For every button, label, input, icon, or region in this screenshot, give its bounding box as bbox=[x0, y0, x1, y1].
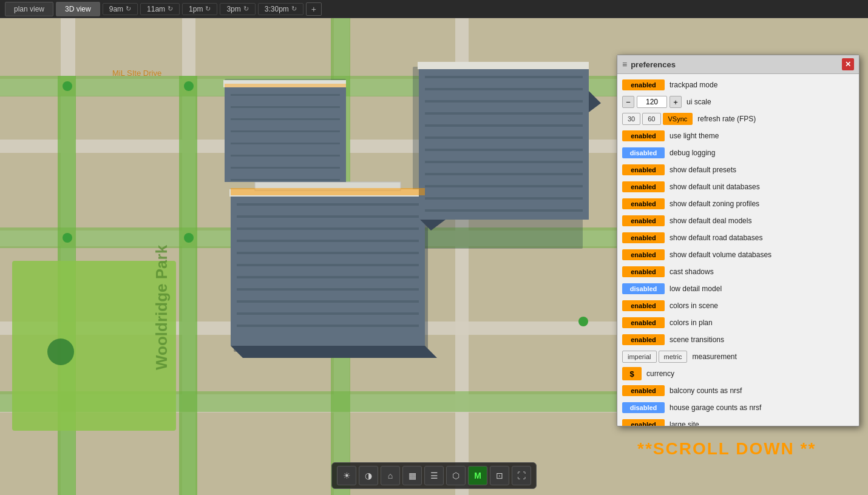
use-light-theme-row: enabled use light theme bbox=[617, 127, 859, 144]
trackpad-mode-control: enabled bbox=[622, 79, 665, 90]
svg-rect-36 bbox=[237, 264, 419, 266]
svg-point-16 bbox=[63, 81, 72, 91]
svg-rect-62 bbox=[231, 118, 340, 120]
cast-shadows-control: enabled bbox=[622, 266, 665, 277]
ui-scale-minus-button[interactable]: − bbox=[622, 96, 634, 108]
show-default-zoning-profiles-button[interactable]: enabled bbox=[622, 198, 665, 209]
svg-rect-50 bbox=[425, 124, 583, 127]
svg-rect-38 bbox=[237, 288, 419, 291]
colors-in-scene-button[interactable]: enabled bbox=[622, 300, 665, 311]
show-default-volume-databases-label: show default volume databases bbox=[670, 251, 854, 259]
preferences-header: ≡ preferences ✕ bbox=[617, 55, 859, 74]
bottom-toolbar: ☀ ◑ ⌂ ▦ ☰ ⬡ M ⊡ ⛶ bbox=[331, 462, 537, 489]
use-light-theme-button[interactable]: enabled bbox=[622, 130, 665, 141]
3d-icon-button[interactable]: ⬡ bbox=[446, 466, 466, 485]
show-default-road-databases-button[interactable]: enabled bbox=[622, 232, 665, 243]
scene-transitions-label: scene transitions bbox=[670, 335, 854, 344]
refresh-330pm-icon[interactable]: ↻ bbox=[291, 5, 297, 13]
tab-3d-view[interactable]: 3D view bbox=[56, 2, 100, 16]
refresh-3pm-icon[interactable]: ↻ bbox=[243, 5, 249, 13]
frame-icon-button[interactable]: ⊡ bbox=[490, 466, 509, 485]
refresh-rate-row: 30 60 VSync refresh rate (FPS) bbox=[617, 110, 859, 127]
measurement-control: imperial metric bbox=[622, 351, 687, 363]
fps-vsync-button[interactable]: VSync bbox=[663, 113, 693, 125]
expand-icon-button[interactable]: ⛶ bbox=[512, 466, 531, 485]
svg-rect-56 bbox=[425, 197, 583, 200]
ui-scale-plus-button[interactable]: + bbox=[670, 96, 682, 108]
add-tab-button[interactable]: + bbox=[306, 2, 322, 16]
svg-rect-67 bbox=[231, 179, 340, 181]
low-detail-model-label: low detail model bbox=[670, 285, 854, 293]
ui-scale-input[interactable] bbox=[637, 96, 667, 108]
preferences-close-button[interactable]: ✕ bbox=[842, 58, 854, 70]
trackpad-mode-button[interactable]: enabled bbox=[622, 79, 665, 90]
fps-30-button[interactable]: 30 bbox=[622, 113, 640, 125]
cast-shadows-button[interactable]: enabled bbox=[622, 266, 665, 277]
tab-1pm[interactable]: 1pm ↻ bbox=[182, 3, 217, 15]
large-site-button[interactable]: enabled bbox=[622, 419, 665, 426]
map-icon-button[interactable]: M bbox=[468, 466, 487, 485]
scroll-indicator: **SCROLL DOWN ** bbox=[637, 439, 816, 459]
tab-1pm-label: 1pm bbox=[189, 5, 203, 13]
theme-icon-button[interactable]: ◑ bbox=[359, 466, 378, 485]
svg-rect-65 bbox=[231, 155, 340, 157]
currency-row: $ currency bbox=[617, 365, 859, 382]
balcony-counts-button[interactable]: enabled bbox=[622, 385, 665, 396]
svg-point-19 bbox=[63, 233, 72, 243]
low-detail-model-control: disabled bbox=[622, 283, 665, 294]
tab-330pm[interactable]: 3:30pm ↻ bbox=[258, 3, 303, 15]
tab-3pm-label: 3pm bbox=[226, 5, 240, 13]
fps-60-button[interactable]: 60 bbox=[642, 113, 660, 125]
svg-rect-54 bbox=[425, 173, 583, 175]
debug-logging-button[interactable]: disabled bbox=[622, 147, 665, 158]
low-detail-model-row: disabled low detail model bbox=[617, 280, 859, 297]
refresh-9am-icon[interactable]: ↻ bbox=[126, 5, 131, 13]
show-default-unit-databases-control: enabled bbox=[622, 181, 665, 192]
sun-icon-button[interactable]: ☀ bbox=[337, 466, 356, 485]
svg-rect-52 bbox=[425, 149, 583, 151]
list-icon-button[interactable]: ☰ bbox=[424, 466, 444, 485]
tab-9am[interactable]: 9am ↻ bbox=[103, 3, 138, 15]
ui-scale-control: − + bbox=[622, 96, 682, 108]
balcony-counts-row: enabled balcony counts as nrsf bbox=[617, 382, 859, 399]
svg-point-20 bbox=[184, 233, 194, 243]
refresh-1pm-icon[interactable]: ↻ bbox=[205, 5, 211, 13]
scene-transitions-button[interactable]: enabled bbox=[622, 334, 665, 345]
show-default-presets-button[interactable]: enabled bbox=[622, 164, 665, 175]
tab-3pm[interactable]: 3pm ↻ bbox=[220, 3, 255, 15]
preferences-panel: ≡ preferences ✕ enabled trackpad mode − … bbox=[617, 55, 860, 426]
floor-plan-icon-button[interactable]: ▦ bbox=[402, 466, 422, 485]
tab-11am[interactable]: 11am ↻ bbox=[140, 3, 180, 15]
show-default-deal-models-label: show default deal models bbox=[670, 217, 854, 225]
ui-scale-row: − + ui scale bbox=[617, 93, 859, 110]
svg-rect-55 bbox=[425, 185, 583, 187]
trackpad-mode-label: trackpad mode bbox=[670, 81, 854, 89]
show-default-road-databases-row: enabled show default road databases bbox=[617, 229, 859, 246]
tab-bar: plan view 3D view 9am ↻ 11am ↻ 1pm ↻ 3pm… bbox=[0, 0, 868, 18]
house-garage-counts-button[interactable]: disabled bbox=[622, 402, 665, 413]
cast-shadows-label: cast shadows bbox=[670, 268, 854, 276]
currency-button[interactable]: $ bbox=[622, 367, 642, 380]
low-detail-model-button[interactable]: disabled bbox=[622, 283, 665, 294]
svg-point-17 bbox=[184, 81, 194, 91]
tab-plan-view[interactable]: plan view bbox=[5, 2, 53, 16]
svg-rect-39 bbox=[237, 300, 419, 303]
show-default-deal-models-button[interactable]: enabled bbox=[622, 215, 665, 226]
tab-330pm-label: 3:30pm bbox=[265, 5, 289, 13]
refresh-11am-icon[interactable]: ↻ bbox=[168, 5, 173, 13]
currency-label: currency bbox=[646, 369, 854, 378]
colors-in-plan-button[interactable]: enabled bbox=[622, 317, 665, 328]
use-light-theme-label: use light theme bbox=[670, 132, 854, 140]
imperial-button[interactable]: imperial bbox=[622, 351, 657, 363]
svg-rect-40 bbox=[237, 312, 419, 315]
show-default-unit-databases-button[interactable]: enabled bbox=[622, 181, 665, 192]
preferences-body[interactable]: enabled trackpad mode − + ui scale 30 60… bbox=[617, 74, 859, 426]
svg-text:MiL SIte Drive: MiL SIte Drive bbox=[112, 69, 161, 78]
svg-rect-70 bbox=[225, 84, 346, 87]
house-garage-counts-label: house garage counts as nrsf bbox=[670, 403, 854, 412]
colors-in-scene-label: colors in scene bbox=[670, 301, 854, 310]
show-default-volume-databases-button[interactable]: enabled bbox=[622, 249, 665, 260]
metric-button[interactable]: metric bbox=[659, 351, 688, 363]
home-icon-button[interactable]: ⌂ bbox=[381, 466, 400, 485]
show-default-deal-models-row: enabled show default deal models bbox=[617, 212, 859, 229]
